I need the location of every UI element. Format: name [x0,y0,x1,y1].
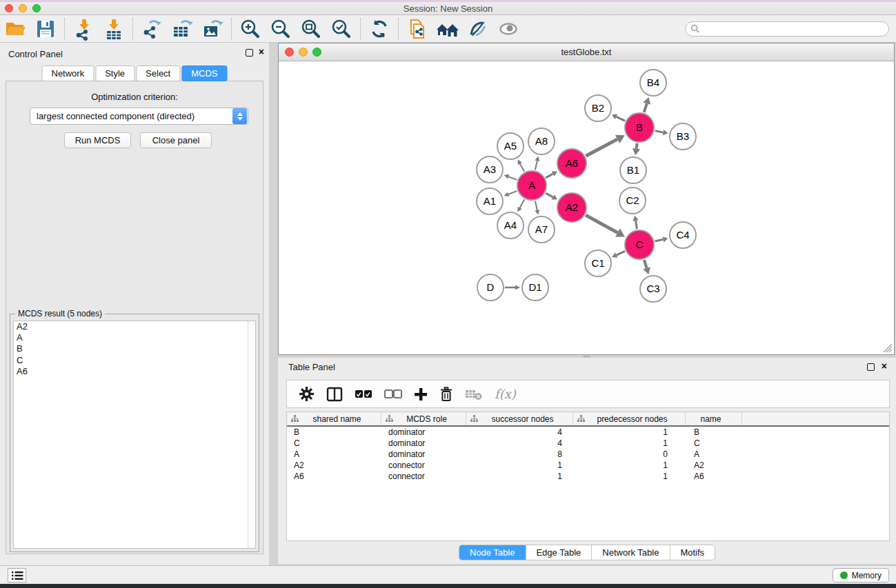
tab-select[interactable]: Select [136,65,180,81]
graph-node-label: D1 [528,281,541,293]
tab-motifs[interactable]: Motifs [670,545,715,560]
close-window-button[interactable] [5,4,13,12]
import-network-button[interactable] [68,16,99,42]
column-header-successor-nodes[interactable]: successor nodes [466,412,573,425]
close-table-panel-icon[interactable]: × [882,361,887,371]
table-row[interactable]: Cdominator41C [287,438,889,449]
open-file-button[interactable] [0,16,30,42]
delete-table-button[interactable] [465,387,483,401]
delete-entry-button[interactable] [439,387,453,402]
zoom-in-button[interactable] [235,16,266,42]
zoom-fit-button[interactable] [296,16,326,42]
tab-style[interactable]: Style [95,65,135,81]
network-window-titlebar[interactable]: testGlobe.txt [279,43,894,61]
graph-edge[interactable] [586,215,617,233]
tab-node-table[interactable]: Node Table [459,545,526,560]
table-row[interactable]: Adominator80A [287,449,889,460]
graph-edge[interactable] [508,191,517,194]
graph-edge[interactable] [655,239,663,241]
split-view-button[interactable] [326,387,343,402]
maximize-network-button[interactable] [312,48,321,57]
table-row[interactable]: A2connector11A2 [287,460,889,471]
mcds-list-scrollbar[interactable] [248,321,255,548]
network-graph[interactable]: B4B2BB3A8A5A6A3B1AC2A1A2A4A7C4CC1C3DD1 [279,61,894,354]
graph-edge[interactable] [644,260,647,268]
clone-network-button[interactable] [402,16,432,42]
export-table-button[interactable] [167,16,197,42]
select-all-button[interactable] [355,389,372,399]
edge-arrowhead-icon [535,156,539,161]
export-network-button[interactable] [137,16,167,42]
eye-icon [497,17,520,41]
refresh-button[interactable] [364,16,395,42]
column-header-predecessor-nodes[interactable]: predecessor nodes [573,412,686,425]
graph-edge[interactable] [644,103,647,112]
resize-grip-icon[interactable] [883,343,893,353]
tab-edge-table[interactable]: Edge Table [526,545,592,560]
memory-button[interactable]: Memory [833,568,889,582]
edge-arrowhead-icon [663,236,668,242]
graph-node-label: A [528,179,535,191]
table-row[interactable]: A6connector11A6 [287,471,889,482]
mcds-result-item[interactable]: A2 [14,321,255,332]
graph-edge[interactable] [617,251,625,255]
show-graphics-details-button[interactable] [493,16,524,42]
tab-network[interactable]: Network [41,65,94,81]
graph-edge[interactable] [616,116,625,121]
close-panel-button[interactable]: Close panel [140,132,212,148]
close-panel-icon[interactable]: × [259,47,264,57]
save-session-button[interactable] [30,16,61,42]
graph-edge[interactable] [520,199,524,207]
graph-edge[interactable] [546,174,553,178]
import-table-button[interactable] [99,16,129,42]
home-view-button[interactable] [432,16,463,42]
export-network-icon [140,17,163,41]
zoom-selected-icon [330,17,353,41]
hide-style-button[interactable] [463,16,493,42]
graph-edge[interactable] [586,139,617,156]
mcds-result-item[interactable]: A6 [14,366,255,377]
graph-node-label: B [636,121,643,133]
function-builder-button[interactable]: f(x) [495,387,516,401]
float-panel-icon[interactable] [246,49,253,57]
graph-edge[interactable] [637,143,637,149]
mcds-result-list[interactable]: A2ABCA6 [13,321,256,549]
deselect-all-button[interactable] [384,389,402,399]
minimize-network-button[interactable] [299,48,308,57]
graph-edge[interactable] [508,176,517,180]
add-entry-button[interactable] [414,387,428,401]
zoom-selected-button[interactable] [326,16,357,42]
mcds-result-item[interactable]: B [14,343,255,354]
table-settings-button[interactable] [299,386,315,402]
run-mcds-button[interactable]: Run MCDS [64,132,131,148]
zoom-window-button[interactable] [32,4,41,12]
column-header-shared-name[interactable]: shared name [287,412,381,425]
graph-edge[interactable] [520,163,524,171]
close-network-button[interactable] [285,48,294,57]
mcds-result-item[interactable]: A [14,332,255,343]
float-table-panel-icon[interactable] [867,363,875,371]
graph-edge[interactable] [535,161,537,170]
search-input[interactable] [685,21,889,37]
column-header-name[interactable]: name [686,412,742,425]
column-header-mcds-role[interactable]: MCDS role [381,412,466,425]
tab-network-table[interactable]: Network Table [592,545,670,560]
table-header-row: shared name MCDS role successor nodes pr… [287,412,889,427]
graph-edge[interactable] [655,131,664,132]
graph-edge[interactable] [546,193,553,197]
export-image-button[interactable] [197,16,228,42]
graph-edge[interactable] [535,201,537,210]
graph-edge[interactable] [636,221,637,229]
node-table[interactable]: shared name MCDS role successor nodes pr… [286,412,890,541]
zoom-out-button[interactable] [266,16,296,42]
table-cell: connector [381,460,466,470]
network-canvas[interactable]: B4B2BB3A8A5A6A3B1AC2A1A2A4A7C4CC1C3DD1 [279,61,894,354]
mcds-result-item[interactable]: C [14,355,255,366]
minimize-window-button[interactable] [19,4,27,12]
show-panels-button[interactable] [8,568,26,582]
table-row[interactable]: Bdominator41B [287,427,889,438]
table-cell: 1 [573,427,686,437]
criterion-dropdown[interactable]: largest connected component (directed) [30,108,248,125]
graph-node-label: A4 [504,219,517,231]
tab-mcds[interactable]: MCDS [181,65,227,81]
